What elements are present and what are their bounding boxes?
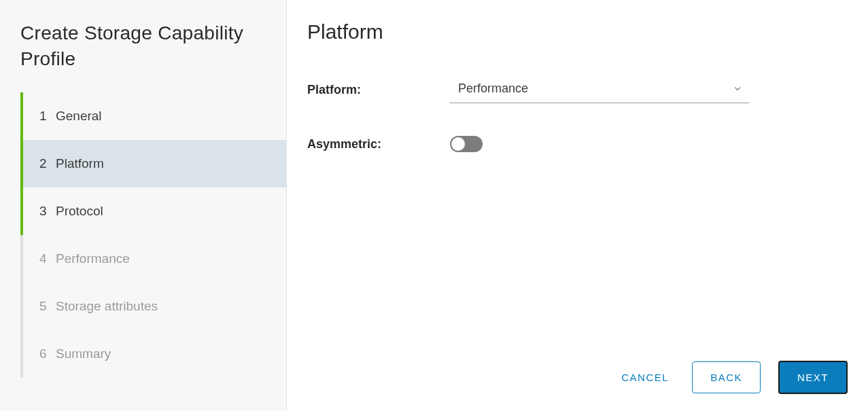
step-label: Summary — [56, 346, 111, 361]
wizard-step-protocol[interactable]: 3Protocol — [20, 187, 286, 235]
wizard-steps: 1General2Platform3Protocol4Performance5S… — [20, 92, 286, 378]
step-number: 5 — [39, 299, 53, 314]
wizard-step-platform[interactable]: 2Platform — [20, 140, 286, 187]
wizard-footer: CANCEL BACK NEXT — [307, 361, 848, 394]
wizard-title: Create Storage Capability Profile — [20, 20, 286, 72]
wizard-sidebar: Create Storage Capability Profile 1Gener… — [0, 0, 287, 411]
asymmetric-toggle[interactable] — [450, 136, 483, 152]
wizard-step-general[interactable]: 1General — [20, 92, 286, 140]
platform-form: Platform: Performance Asymmetric: — [307, 76, 756, 152]
wizard-step-summary: 6Summary — [20, 330, 286, 378]
step-label: Platform — [56, 156, 104, 171]
step-number: 4 — [39, 251, 53, 266]
step-label: Storage attributes — [56, 299, 158, 314]
step-number: 1 — [39, 109, 53, 124]
back-button[interactable]: BACK — [692, 361, 761, 393]
platform-select[interactable]: Performance — [450, 76, 749, 103]
toggle-knob — [451, 137, 465, 151]
step-label: General — [56, 109, 102, 124]
wizard-step-storage-attributes: 5Storage attributes — [20, 283, 286, 330]
step-label: Protocol — [56, 204, 103, 219]
page-title: Platform — [307, 20, 848, 43]
next-button[interactable]: NEXT — [778, 361, 848, 394]
platform-label: Platform: — [307, 83, 450, 97]
asymmetric-label: Asymmetric: — [307, 137, 450, 151]
wizard-main: Platform Platform: Performance Asymmetri… — [287, 0, 868, 411]
step-number: 3 — [39, 204, 53, 219]
wizard-step-performance: 4Performance — [20, 235, 286, 283]
step-number: 6 — [39, 346, 53, 361]
platform-select-value: Performance — [450, 76, 749, 103]
step-number: 2 — [39, 156, 53, 171]
step-label: Performance — [56, 251, 130, 266]
cancel-button[interactable]: CANCEL — [616, 362, 674, 393]
